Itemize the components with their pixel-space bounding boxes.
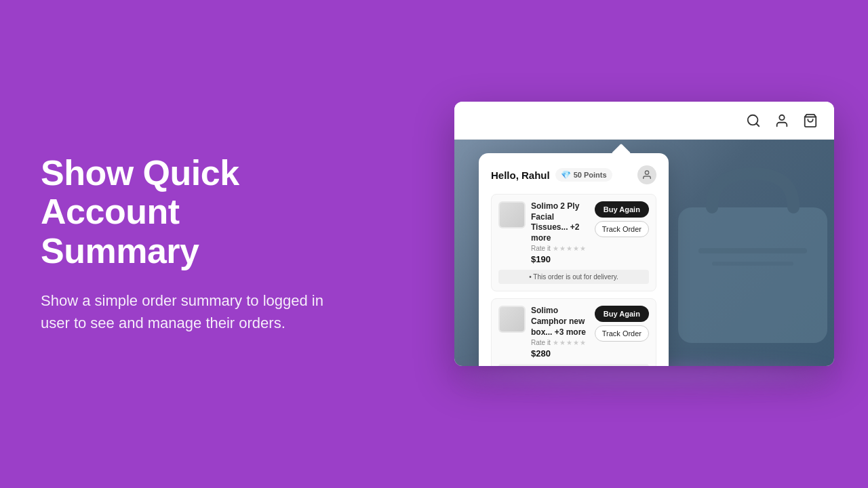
order-name-1: Solimo 2 Ply Facial Tissues... +2 more	[531, 201, 589, 243]
order-item-2: Solimo Camphor new box... +3 more Rate i…	[491, 298, 656, 366]
decorative-bag	[658, 153, 834, 357]
bottom-glow	[461, 366, 827, 386]
order-price-1: $190	[531, 254, 589, 264]
diamond-icon: 💎	[561, 170, 571, 180]
order-info-2: Solimo Camphor new box... +3 more Rate i…	[531, 306, 589, 359]
popup-header: Hello, Rahul 💎 50 Points	[491, 165, 656, 184]
svg-line-1	[756, 123, 759, 126]
title-line-2: Account Summary	[41, 192, 199, 270]
order-name-2: Solimo Camphor new box... +3 more	[531, 306, 589, 338]
order-price-2: $280	[531, 348, 589, 359]
svg-rect-5	[698, 248, 807, 253]
rate-label-2: Rate it	[531, 339, 551, 346]
subtitle-text: Show a simple order summary to logged in…	[41, 289, 339, 334]
order-info-1: Solimo 2 Ply Facial Tissues... +2 more R…	[531, 201, 589, 264]
cart-icon[interactable]	[803, 113, 818, 128]
left-panel: Show Quick Account Summary Show a simple…	[41, 154, 339, 334]
order-top-2: Solimo Camphor new box... +3 more Rate i…	[498, 306, 649, 359]
order-item-1: Solimo 2 Ply Facial Tissues... +2 more R…	[491, 194, 656, 291]
stars-1: ★ ★ ★ ★ ★	[553, 245, 586, 252]
buy-again-button-1[interactable]: Buy Again	[595, 201, 649, 218]
product-thumbnail-2	[498, 306, 526, 333]
delivery-status-1: • This order is out for delivery.	[498, 270, 649, 284]
buy-again-button-2[interactable]: Buy Again	[595, 306, 649, 322]
points-text: 50 Points	[574, 171, 607, 179]
browser-mockup: Hello, Rahul 💎 50 Points	[454, 102, 834, 366]
rate-row-2: Rate it ★ ★ ★ ★ ★	[531, 339, 589, 346]
order-top-1: Solimo 2 Ply Facial Tissues... +2 more R…	[498, 201, 649, 264]
svg-point-7	[645, 171, 648, 174]
user-icon[interactable]	[774, 113, 789, 128]
right-panel: Hello, Rahul 💎 50 Points	[441, 102, 834, 386]
account-summary-popup: Hello, Rahul 💎 50 Points	[479, 153, 669, 366]
search-icon[interactable]	[746, 113, 761, 128]
svg-rect-4	[678, 207, 827, 343]
track-order-button-1[interactable]: Track Order	[595, 221, 649, 237]
main-title: Show Quick Account Summary	[41, 154, 339, 270]
svg-point-2	[779, 115, 784, 119]
points-badge: 💎 50 Points	[555, 168, 612, 182]
order-actions-2: Buy Again Track Order	[595, 306, 649, 342]
stars-2: ★ ★ ★ ★ ★	[553, 339, 586, 346]
browser-navbar	[454, 102, 834, 140]
greeting-text: Hello, Rahul	[491, 169, 550, 181]
title-line-1: Show Quick	[41, 153, 239, 192]
track-order-button-2[interactable]: Track Order	[595, 325, 649, 342]
popup-greeting: Hello, Rahul 💎 50 Points	[491, 168, 612, 182]
product-thumbnail-1	[498, 201, 526, 228]
rate-row-1: Rate it ★ ★ ★ ★ ★	[531, 245, 589, 252]
user-avatar[interactable]	[637, 165, 656, 184]
svg-rect-6	[712, 262, 793, 266]
delivery-status-2: • This order is out for delivery.	[498, 364, 649, 366]
rate-label-1: Rate it	[531, 245, 551, 252]
order-actions-1: Buy Again Track Order	[595, 201, 649, 237]
